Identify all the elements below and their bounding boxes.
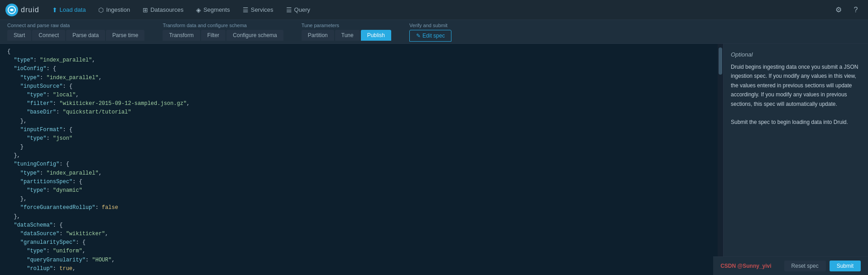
step-group-tune-label: Tune parameters [302, 23, 391, 28]
ingestion-icon: ⬡ [98, 6, 104, 14]
step-buttons-transform: Transform Filter Configure schema [163, 30, 283, 41]
sidebar-panel: Optional Druid begins ingesting data onc… [723, 44, 868, 275]
step-partition[interactable]: Partition [302, 30, 334, 41]
step-tune[interactable]: Tune [335, 30, 360, 41]
nav-query[interactable]: ☰ Query [281, 4, 316, 16]
nav-segments[interactable]: ◈ Segments [191, 4, 235, 16]
code-editor[interactable]: { "type": "index_parallel", "ioConfig": … [0, 44, 718, 275]
sidebar-description: Druid begins ingesting data once you sub… [731, 62, 861, 127]
step-configure-schema[interactable]: Configure schema [226, 30, 283, 41]
druid-logo-icon [5, 4, 18, 16]
main-area: { "type": "index_parallel", "ioConfig": … [0, 44, 868, 275]
step-buttons-verify: ✎ Edit spec [409, 30, 451, 42]
bottom-bar: CSDN @Sunny_yivi Reset spec Submit [713, 256, 868, 275]
step-edit-spec[interactable]: ✎ Edit spec [409, 30, 451, 42]
step-start[interactable]: Start [7, 30, 31, 41]
query-icon: ☰ [286, 6, 292, 14]
step-group-transform: Transform data and configure schema Tran… [163, 23, 283, 42]
reset-spec-button[interactable]: Reset spec [784, 261, 826, 271]
logo-area: druid [5, 4, 39, 16]
editor-scrollbar[interactable] [718, 44, 723, 275]
step-group-connect: Connect and parse raw data Start Connect… [7, 23, 144, 42]
nav-right: ⚙ ? [832, 3, 863, 17]
nav-load-data[interactable]: ⬆ Load data [47, 4, 91, 16]
step-group-verify-label: Verify and submit [409, 23, 451, 28]
nav-services[interactable]: ☰ Services [237, 4, 279, 16]
edit-spec-icon: ✎ [416, 33, 421, 39]
step-bar: Connect and parse raw data Start Connect… [0, 20, 868, 44]
nav-ingestion[interactable]: ⬡ Ingestion [93, 4, 135, 16]
load-data-icon: ⬆ [52, 6, 58, 14]
step-group-verify: Verify and submit ✎ Edit spec [409, 23, 451, 42]
step-buttons-connect: Start Connect Parse data Parse time [7, 30, 144, 41]
help-button[interactable]: ? [849, 3, 863, 17]
step-filter[interactable]: Filter [201, 30, 226, 41]
settings-button[interactable]: ⚙ [832, 3, 845, 17]
datasources-icon: ⊞ [143, 6, 148, 14]
step-buttons-tune: Partition Tune Publish [302, 30, 391, 41]
code-content[interactable]: { "type": "index_parallel", "ioConfig": … [4, 47, 718, 272]
step-transform[interactable]: Transform [163, 30, 200, 41]
step-parse-time[interactable]: Parse time [106, 30, 144, 41]
step-groups: Connect and parse raw data Start Connect… [7, 23, 861, 42]
watermark: CSDN @Sunny_yivi [720, 263, 771, 269]
top-nav: druid ⬆ Load data ⬡ Ingestion ⊞ Datasour… [0, 0, 868, 20]
nav-datasources[interactable]: ⊞ Datasources [137, 4, 189, 16]
step-connect[interactable]: Connect [32, 30, 65, 41]
step-publish[interactable]: Publish [361, 30, 391, 41]
sidebar-title: Optional [731, 51, 861, 58]
step-group-transform-label: Transform data and configure schema [163, 23, 283, 28]
step-parse-data[interactable]: Parse data [66, 30, 105, 41]
submit-button[interactable]: Submit [830, 261, 861, 271]
app-title: druid [21, 6, 39, 14]
segments-icon: ◈ [196, 6, 201, 14]
services-icon: ☰ [243, 6, 249, 14]
step-group-connect-label: Connect and parse raw data [7, 23, 144, 28]
scrollbar-thumb[interactable] [719, 47, 722, 75]
step-group-tune: Tune parameters Partition Tune Publish [302, 23, 391, 42]
